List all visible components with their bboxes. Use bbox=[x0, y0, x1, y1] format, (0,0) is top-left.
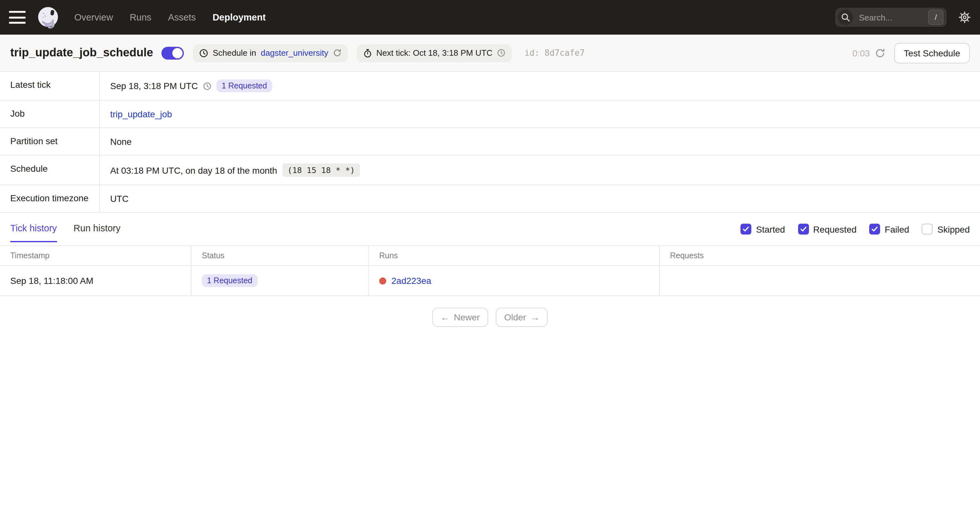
tick-requests bbox=[660, 266, 980, 295]
nav-link-assets[interactable]: Assets bbox=[168, 12, 196, 22]
column-header-requests: Requests bbox=[660, 246, 980, 265]
top-nav: Overview Runs Assets Deployment / bbox=[0, 0, 980, 35]
pagination: ← Newer Older → bbox=[0, 308, 980, 327]
schedule-details: Latest tick Sep 18, 3:18 PM UTC 1 Reques… bbox=[0, 72, 980, 213]
refresh-countdown: 0:03 bbox=[853, 48, 870, 58]
run-link[interactable]: 2ad223ea bbox=[391, 276, 431, 286]
detail-label: Latest tick bbox=[0, 72, 100, 100]
status-badge: 1 Requested bbox=[202, 274, 258, 287]
hamburger-menu-icon[interactable] bbox=[9, 11, 25, 24]
table-row: Sep 18, 11:18:00 AM 1 Requested 2ad223ea bbox=[0, 266, 980, 296]
tick-timestamp: Sep 18, 11:18:00 AM bbox=[0, 266, 191, 295]
status-filters: Started Requested Failed Skipped bbox=[741, 224, 970, 242]
history-tabs-bar: Tick history Run history Started Request… bbox=[0, 213, 980, 242]
checkbox-checked-icon[interactable] bbox=[798, 224, 809, 234]
detail-row-latest-tick: Latest tick Sep 18, 3:18 PM UTC 1 Reques… bbox=[0, 72, 980, 100]
latest-tick-time: Sep 18, 3:18 PM UTC bbox=[110, 81, 198, 91]
stopwatch-icon bbox=[363, 48, 372, 57]
checkbox-checked-icon[interactable] bbox=[870, 224, 880, 234]
partition-set-value: None bbox=[110, 137, 132, 147]
column-header-timestamp: Timestamp bbox=[0, 246, 191, 265]
detail-label: Execution timezone bbox=[0, 185, 100, 212]
column-header-status: Status bbox=[191, 246, 369, 265]
detail-row-partition-set: Partition set None bbox=[0, 128, 980, 156]
toggle-knob bbox=[172, 48, 183, 58]
newer-label: Newer bbox=[454, 312, 480, 322]
search-icon bbox=[838, 10, 853, 25]
timezone-clock-icon[interactable] bbox=[203, 82, 212, 90]
search-input[interactable] bbox=[858, 12, 928, 23]
detail-row-schedule: Schedule At 03:18 PM UTC, on day 18 of t… bbox=[0, 156, 980, 185]
detail-row-timezone: Execution timezone UTC bbox=[0, 185, 980, 213]
tab-run-history[interactable]: Run history bbox=[74, 223, 121, 242]
reload-repository-icon[interactable] bbox=[333, 49, 341, 57]
schedule-location-pill: Schedule in dagster_university bbox=[193, 44, 347, 62]
search-box[interactable]: / bbox=[835, 8, 947, 27]
filter-label: Requested bbox=[813, 224, 856, 234]
filter-label: Skipped bbox=[937, 224, 970, 234]
timezone-clock-icon[interactable] bbox=[497, 49, 505, 57]
newer-button[interactable]: ← Newer bbox=[432, 308, 488, 327]
job-link[interactable]: trip_update_job bbox=[110, 109, 172, 119]
nav-link-overview[interactable]: Overview bbox=[74, 12, 113, 22]
schedule-id: id: 8d7cafe7 bbox=[525, 48, 585, 58]
filter-label: Started bbox=[756, 224, 785, 234]
schedule-header: trip_update_job_schedule Schedule in dag… bbox=[0, 35, 980, 72]
detail-label: Schedule bbox=[0, 156, 100, 185]
schedule-location-prefix: Schedule in bbox=[213, 48, 256, 58]
schedule-on-toggle[interactable] bbox=[161, 46, 184, 59]
column-header-runs: Runs bbox=[369, 246, 660, 265]
test-schedule-button[interactable]: Test Schedule bbox=[894, 43, 970, 63]
refresh-icon[interactable] bbox=[875, 48, 885, 58]
nav-link-deployment[interactable]: Deployment bbox=[213, 12, 266, 22]
schedule-id-value: 8d7cafe7 bbox=[544, 48, 584, 58]
nav-links: Overview Runs Assets Deployment bbox=[74, 12, 266, 22]
older-label: Older bbox=[504, 312, 526, 322]
next-tick-pill: Next tick: Oct 18, 3:18 PM UTC bbox=[356, 44, 512, 62]
filter-skipped[interactable]: Skipped bbox=[922, 224, 970, 234]
dagster-logo[interactable] bbox=[36, 5, 60, 29]
settings-gear-icon[interactable] bbox=[958, 11, 971, 24]
older-button[interactable]: Older → bbox=[496, 308, 548, 327]
next-tick-text: Next tick: Oct 18, 3:18 PM UTC bbox=[376, 48, 493, 58]
page-title: trip_update_job_schedule bbox=[10, 46, 153, 60]
filter-started[interactable]: Started bbox=[741, 224, 785, 234]
nav-link-runs[interactable]: Runs bbox=[130, 12, 151, 22]
app-window: Overview Runs Assets Deployment / trip_u… bbox=[0, 0, 980, 521]
tab-tick-history[interactable]: Tick history bbox=[10, 223, 57, 242]
timezone-value: UTC bbox=[110, 194, 129, 204]
tick-history-table: Timestamp Status Runs Requests Sep 18, 1… bbox=[0, 245, 980, 296]
repository-link[interactable]: dagster_university bbox=[261, 48, 328, 58]
filter-label: Failed bbox=[885, 224, 909, 234]
detail-row-job: Job trip_update_job bbox=[0, 100, 980, 128]
detail-label: Job bbox=[0, 100, 100, 127]
search-shortcut-key: / bbox=[928, 10, 943, 25]
right-arrow-icon: → bbox=[531, 312, 539, 322]
filter-failed[interactable]: Failed bbox=[870, 224, 909, 234]
schedule-id-label: id: bbox=[525, 48, 539, 58]
detail-label: Partition set bbox=[0, 128, 100, 155]
status-badge: 1 Requested bbox=[216, 80, 272, 92]
left-arrow-icon: ← bbox=[441, 312, 449, 322]
run-status-dot bbox=[379, 277, 386, 284]
checkbox-unchecked-icon[interactable] bbox=[922, 224, 933, 234]
table-header-row: Timestamp Status Runs Requests bbox=[0, 246, 980, 266]
clock-icon bbox=[199, 48, 208, 57]
schedule-description: At 03:18 PM UTC, on day 18 of the month bbox=[110, 165, 277, 175]
filter-requested[interactable]: Requested bbox=[798, 224, 856, 234]
cron-expression-chip: (18 15 18 * *) bbox=[282, 163, 360, 177]
checkbox-checked-icon[interactable] bbox=[741, 224, 752, 234]
